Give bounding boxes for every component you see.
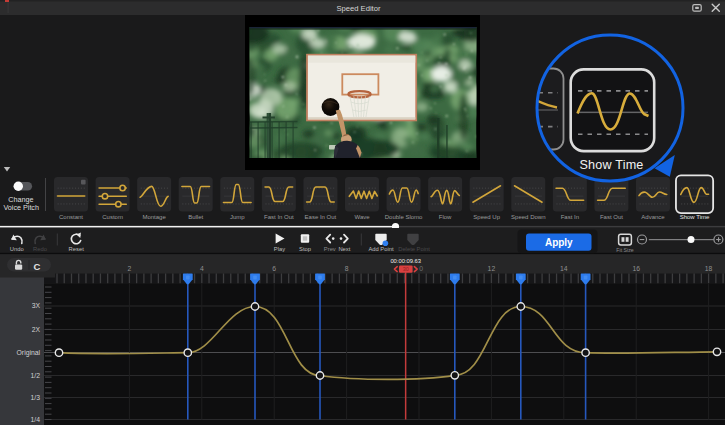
svg-text:8: 8 xyxy=(345,265,349,272)
svg-text:Fast In: Fast In xyxy=(561,214,579,220)
svg-text:Add Point: Add Point xyxy=(368,246,394,252)
svg-text:2: 2 xyxy=(128,265,132,272)
svg-text:1/3: 1/3 xyxy=(31,394,41,401)
svg-text:Jump: Jump xyxy=(230,214,245,220)
svg-text:18: 18 xyxy=(705,265,713,272)
svg-text:C: C xyxy=(34,261,41,272)
svg-text:Double Slomo: Double Slomo xyxy=(385,214,423,220)
svg-text:2X: 2X xyxy=(32,326,41,333)
svg-text:Show Time: Show Time xyxy=(680,214,710,220)
svg-text:Original: Original xyxy=(17,349,41,357)
svg-text:Custom: Custom xyxy=(102,214,123,220)
svg-text:Advance: Advance xyxy=(641,214,665,220)
svg-text:Reset: Reset xyxy=(69,246,85,252)
svg-text:Bullet: Bullet xyxy=(188,214,203,220)
svg-text:Delete Point: Delete Point xyxy=(398,246,430,252)
svg-text:Speed Editor: Speed Editor xyxy=(337,4,381,13)
svg-text:30: 30 xyxy=(403,266,409,272)
svg-text:6: 6 xyxy=(272,265,276,272)
svg-text:Montage: Montage xyxy=(142,214,166,220)
svg-text:Next: Next xyxy=(338,246,350,252)
svg-text:Wave: Wave xyxy=(354,214,370,220)
svg-text:Fit Size: Fit Size xyxy=(616,247,633,253)
svg-text:12: 12 xyxy=(488,265,496,272)
svg-text:Apply: Apply xyxy=(545,237,573,248)
svg-text:1/4: 1/4 xyxy=(31,416,41,423)
svg-text:Voice Pitch: Voice Pitch xyxy=(3,203,39,212)
svg-text:Prev: Prev xyxy=(324,246,336,252)
svg-text:Constant: Constant xyxy=(59,214,83,220)
svg-text:Fast Out: Fast Out xyxy=(600,214,623,220)
svg-text:Fast In Out: Fast In Out xyxy=(264,214,294,220)
svg-text:Play: Play xyxy=(274,246,285,252)
svg-text:Undo: Undo xyxy=(10,246,24,252)
svg-text:0: 0 xyxy=(419,265,423,272)
svg-text:16: 16 xyxy=(632,265,640,272)
svg-text:Redo: Redo xyxy=(33,246,47,252)
svg-text:1/2: 1/2 xyxy=(31,372,41,379)
svg-text:Stop: Stop xyxy=(299,246,311,252)
svg-text:Speed Up: Speed Up xyxy=(473,214,500,220)
svg-text:Show Time: Show Time xyxy=(579,158,643,172)
svg-text:Flow: Flow xyxy=(439,214,452,220)
svg-text:14: 14 xyxy=(560,265,568,272)
svg-text:Ease In Out: Ease In Out xyxy=(305,214,337,220)
svg-text:4: 4 xyxy=(200,265,204,272)
svg-text:00:00:09.63: 00:00:09.63 xyxy=(390,258,421,264)
svg-text:Speed Down: Speed Down xyxy=(511,214,545,220)
svg-text:3X: 3X xyxy=(32,302,41,309)
